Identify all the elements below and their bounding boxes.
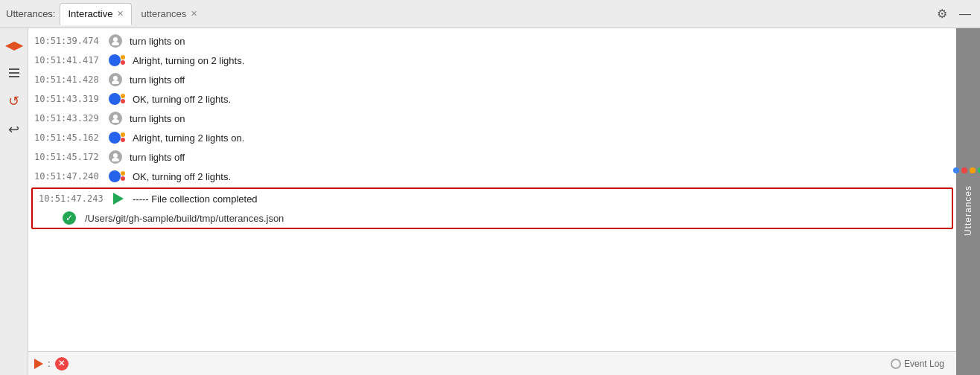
tab-bar-actions: ⚙ — — [934, 5, 974, 22]
log-time-9: 10:51:47.243 — [39, 193, 113, 204]
log-time-4: 10:51:43.319 — [34, 94, 109, 104]
dot-yellow-icon — [970, 167, 976, 173]
status-play-icon — [34, 359, 43, 369]
log-text-3: turn lights off — [130, 74, 185, 86]
log-entry-2: 10:51:41.417 Alright, turning on 2 light… — [28, 51, 956, 70]
sidebar-undo-icon[interactable]: ↩ — [4, 119, 25, 140]
log-entry-4: 10:51:43.319 OK, turning off 2 lights. — [28, 89, 956, 109]
tab-utterances[interactable]: utterances ✕ — [133, 3, 205, 25]
content-area: 10:51:39.474 turn lights on 10:51:41.417 — [28, 28, 956, 375]
orange-play-icon — [34, 359, 43, 369]
svg-point-10 — [112, 158, 119, 161]
svg-point-7 — [113, 115, 118, 119]
right-panel-label[interactable]: Utterances — [963, 185, 973, 236]
tab-interactive-label: Interactive — [68, 8, 112, 19]
log-entry-3: 10:51:41.428 turn lights off — [28, 70, 956, 89]
gear-icon[interactable]: ⚙ — [934, 5, 950, 22]
body-layout: ◀▶ ↺ ↩ 10:51:39.474 — [0, 28, 980, 375]
event-log-label: Event Log — [904, 359, 944, 369]
svg-point-9 — [113, 153, 118, 158]
play-symbol: ◀▶ — [5, 38, 23, 52]
user-avatar-5 — [109, 112, 125, 125]
user-icon-1 — [109, 34, 122, 48]
log-time-3: 10:51:41.428 — [34, 74, 109, 85]
user-icon-7 — [109, 150, 122, 164]
sidebar-play-icon[interactable]: ◀▶ — [4, 34, 25, 55]
svg-point-4 — [112, 42, 119, 45]
play-icon-9 — [113, 193, 128, 205]
sidebar-undo2-icon[interactable]: ↺ — [4, 91, 25, 112]
svg-point-3 — [113, 37, 118, 42]
svg-rect-2 — [9, 76, 19, 77]
log-text-7: turn lights off — [130, 152, 185, 163]
right-panel: Utterances — [956, 28, 980, 375]
highlighted-block: 10:51:47.243 ----- File collection compl… — [31, 188, 953, 229]
agent-avatar-4 — [109, 92, 128, 106]
list-svg-icon — [7, 66, 21, 80]
log-time-6: 10:51:45.162 — [34, 132, 109, 143]
dot-blue-icon — [953, 167, 959, 173]
sidebar-list-icon[interactable] — [4, 62, 25, 83]
svg-rect-0 — [9, 68, 19, 70]
log-time-5: 10:51:43.329 — [34, 113, 109, 124]
event-log-circle-icon — [891, 359, 901, 369]
tab-bar: Utterances: Interactive ✕ utterances ✕ ⚙… — [0, 0, 980, 28]
error-badge: ✕ — [55, 357, 69, 371]
log-entry-1: 10:51:39.474 turn lights on — [28, 31, 956, 51]
check-icon-10: ✓ — [63, 211, 80, 225]
user-avatar-3 — [109, 73, 125, 86]
green-check-circle: ✓ — [63, 211, 76, 225]
agent-avatar-2 — [109, 54, 128, 67]
log-text-6: Alright, turning 2 lights on. — [133, 132, 244, 144]
tab-utterances-label: utterances — [141, 8, 186, 19]
log-entry-9: 10:51:47.243 ----- File collection compl… — [33, 189, 952, 208]
log-time-8: 10:51:47.240 — [34, 171, 109, 182]
utterances-label: Utterances: — [6, 8, 55, 19]
svg-point-8 — [112, 119, 119, 123]
agent-avatar-6 — [109, 131, 128, 144]
log-entry-7: 10:51:45.172 turn lights off — [28, 147, 956, 167]
log-text-5: turn lights on — [130, 113, 185, 124]
log-time-2: 10:51:41.417 — [34, 55, 109, 65]
log-entry-10: ✓ /Users/git/gh-sample/build/tmp/utteran… — [33, 208, 952, 228]
log-entry-8: 10:51:47.240 OK, turning off 2 lights. — [28, 167, 956, 186]
log-text-8: OK, turning off 2 lights. — [133, 171, 231, 182]
log-time-1: 10:51:39.474 — [34, 36, 109, 46]
agent-icon-4 — [109, 92, 125, 106]
user-icon-3 — [109, 73, 122, 86]
tab-interactive-close[interactable]: ✕ — [117, 10, 124, 18]
status-bar: : ✕ Event Log — [28, 351, 956, 375]
dot-red-icon — [961, 167, 967, 173]
user-icon-5 — [109, 112, 122, 125]
log-text-9: ----- File collection completed — [133, 193, 258, 205]
left-sidebar: ◀▶ ↺ ↩ — [0, 28, 28, 375]
dot-green-icon — [978, 167, 981, 173]
log-time-7: 10:51:45.172 — [34, 152, 109, 162]
right-panel-dots — [953, 167, 981, 173]
log-text-4: OK, turning off 2 lights. — [133, 94, 231, 105]
log-entry-6: 10:51:45.162 Alright, turning 2 lights o… — [28, 128, 956, 147]
agent-icon-8 — [109, 170, 125, 183]
log-list: 10:51:39.474 turn lights on 10:51:41.417 — [28, 28, 956, 351]
svg-rect-1 — [9, 72, 19, 74]
user-avatar-7 — [109, 150, 125, 164]
user-avatar-1 — [109, 34, 125, 48]
minus-icon[interactable]: — — [956, 6, 974, 22]
agent-icon-2 — [109, 54, 125, 67]
status-colon: : — [48, 358, 51, 369]
log-text-10: /Users/git/gh-sample/build/tmp/utterance… — [85, 213, 284, 224]
log-text-1: turn lights on — [130, 36, 185, 47]
log-entry-5: 10:51:43.329 turn lights on — [28, 109, 956, 128]
svg-point-5 — [113, 76, 118, 80]
tab-interactive[interactable]: Interactive ✕ — [60, 3, 132, 25]
log-text-2: Alright, turning on 2 lights. — [133, 55, 244, 66]
tab-utterances-close[interactable]: ✕ — [191, 10, 197, 18]
agent-icon-6 — [109, 131, 125, 144]
event-log-bar: Event Log — [885, 356, 950, 372]
agent-avatar-8 — [109, 170, 128, 183]
svg-point-6 — [112, 80, 119, 84]
